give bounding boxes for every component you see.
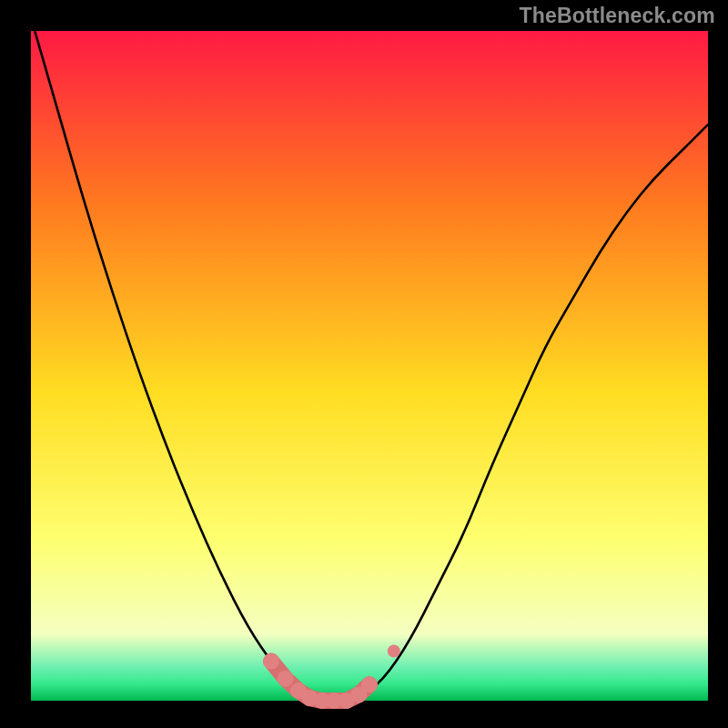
watermark-text: TheBottleneck.com	[519, 4, 715, 28]
data-marker	[278, 671, 294, 687]
data-marker	[263, 653, 279, 670]
bottleneck-chart	[0, 0, 728, 728]
plot-background	[31, 31, 708, 701]
data-marker	[388, 645, 400, 658]
chart-frame: TheBottleneck.com	[0, 0, 728, 728]
data-marker	[361, 676, 378, 693]
